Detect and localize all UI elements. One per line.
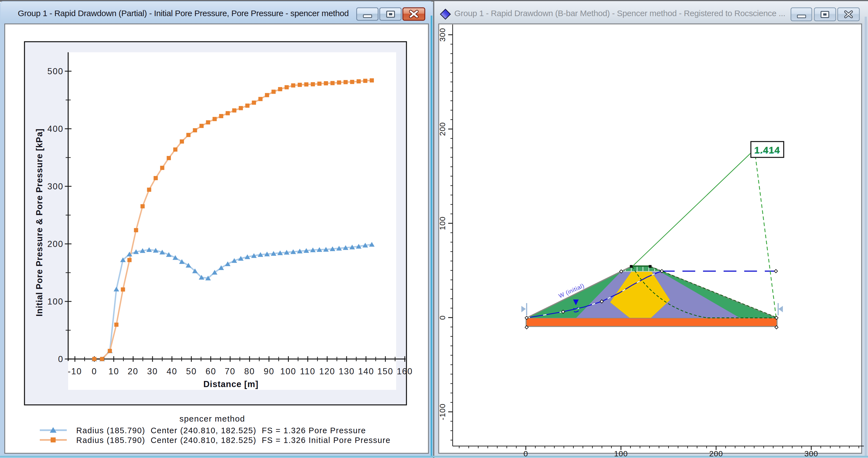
svg-text:20: 20: [128, 366, 138, 376]
svg-text:Distance [m]: Distance [m]: [204, 379, 258, 389]
svg-text:Group 1 - Rapid Drawdown (B-ba: Group 1 - Rapid Drawdown (B-bar Method) …: [454, 9, 785, 18]
svg-text:300: 300: [804, 449, 818, 458]
svg-text:-10: -10: [68, 366, 82, 376]
svg-text:0: 0: [58, 354, 63, 364]
svg-text:0: 0: [524, 449, 528, 458]
svg-text:500: 500: [47, 66, 63, 76]
svg-text:70: 70: [225, 366, 235, 376]
svg-text:50: 50: [186, 366, 197, 376]
svg-text:140: 140: [358, 366, 374, 376]
svg-text:160: 160: [397, 366, 413, 376]
svg-text:100: 100: [47, 297, 63, 306]
svg-text:110: 110: [300, 366, 315, 376]
svg-text:1.414: 1.414: [754, 144, 780, 155]
svg-text:200: 200: [709, 449, 723, 458]
svg-text:100: 100: [438, 216, 447, 230]
svg-text:Radius (185.790) Center (240.: Radius (185.790) Center (240.810, 182.52…: [76, 426, 366, 435]
svg-text:100: 100: [280, 366, 296, 376]
svg-text:100: 100: [614, 449, 628, 458]
svg-text:Radius (185.790) Center (240.: Radius (185.790) Center (240.810, 182.52…: [76, 436, 391, 445]
svg-text:0: 0: [92, 366, 97, 376]
svg-text:30: 30: [147, 366, 158, 376]
svg-text:150: 150: [377, 366, 393, 376]
svg-text:10: 10: [108, 366, 119, 376]
svg-text:400: 400: [47, 124, 63, 134]
svg-text:-100: -100: [438, 403, 447, 420]
svg-text:spencer method: spencer method: [180, 414, 245, 423]
svg-text:200: 200: [438, 122, 447, 136]
svg-text:200: 200: [47, 239, 63, 249]
svg-text:300: 300: [47, 182, 63, 191]
svg-text:Group 1 - Rapid Drawdown (Part: Group 1 - Rapid Drawdown (Partial) - Ini…: [18, 9, 349, 18]
svg-text:60: 60: [206, 366, 216, 376]
svg-text:80: 80: [244, 366, 255, 376]
svg-text:0: 0: [438, 315, 447, 320]
svg-text:120: 120: [319, 366, 335, 376]
svg-text:Initial Pore Pressure & Pore P: Initial Pore Pressure & Pore Pressure [k…: [34, 128, 44, 317]
svg-text:130: 130: [339, 366, 355, 376]
svg-text:300: 300: [438, 28, 447, 42]
svg-text:90: 90: [264, 366, 274, 376]
svg-text:40: 40: [167, 366, 177, 376]
